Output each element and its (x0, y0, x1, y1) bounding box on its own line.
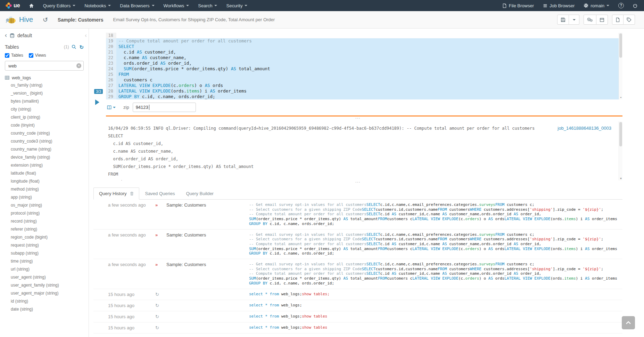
resize-handle-bottom[interactable]: ⋯ (93, 180, 622, 185)
history-row[interactable]: 15 hours ago↻select * from web_logs;show… (93, 322, 622, 334)
editor-line[interactable]: 27LATERAL VIEW EXPLODE(c.orders) o AS or… (106, 83, 622, 88)
column-item[interactable]: extension (string) (5, 161, 84, 169)
clear-search-icon[interactable]: ✕ (76, 63, 81, 68)
editor-line[interactable]: 22 c.name AS customer_name, (106, 55, 622, 61)
hive-app-switcher[interactable]: Hive (6, 16, 33, 24)
statement-counter-badge[interactable]: 3/3 (94, 89, 103, 94)
column-item[interactable]: user_agent_family (string) (5, 281, 84, 289)
column-item[interactable]: user_agent_major (string) (5, 289, 84, 297)
job-link[interactable]: job_1461888648136_0003 (558, 126, 611, 131)
resize-handle-top[interactable]: ⋯ (93, 117, 622, 121)
column-item[interactable]: referer (string) (5, 225, 84, 233)
column-item[interactable]: os_family (string) (5, 81, 84, 89)
filter-views-checkbox[interactable]: Views (29, 53, 46, 58)
table-search-input[interactable] (5, 61, 84, 71)
settings-button[interactable] (584, 15, 596, 25)
scroll-to-top-button[interactable] (622, 316, 635, 329)
editor-line[interactable]: 24 SUM(order_items.price * order_items.q… (106, 66, 622, 72)
editor-scrollbar[interactable]: ▾ (619, 33, 622, 99)
editor-line[interactable]: 18 (106, 33, 622, 38)
editor-line[interactable]: 23 ords.order_id AS order_id, (106, 61, 622, 66)
help-button[interactable]: ? (614, 0, 628, 11)
insert-query-icon[interactable]: » (155, 232, 166, 256)
column-item[interactable]: country_code (string) (5, 129, 84, 137)
tab-query-history[interactable]: Query History (93, 187, 139, 200)
column-item[interactable]: longitude (float) (5, 177, 84, 185)
column-item[interactable]: latitude (float) (5, 169, 84, 177)
execute-button[interactable] (95, 99, 99, 105)
query-history-icon[interactable]: ↺ (43, 17, 48, 23)
column-item[interactable]: record (string) (5, 217, 84, 225)
editor-line[interactable]: 20SELECT (106, 44, 622, 49)
documentation-button[interactable] (107, 105, 116, 110)
hue-logo[interactable]: ue (0, 0, 24, 11)
home-button[interactable] (24, 0, 39, 11)
save-dropdown-button[interactable] (569, 15, 579, 25)
insert-query-icon[interactable]: » (155, 262, 166, 286)
rerun-icon[interactable]: ↻ (155, 303, 166, 308)
collapse-assist-icon[interactable]: ‹ (85, 32, 87, 39)
query-title[interactable]: Sample: Customers (58, 17, 103, 23)
search-icon[interactable] (72, 45, 76, 49)
history-row[interactable]: a few seconds ago»Sample: Customers-- Ge… (93, 230, 622, 259)
history-row[interactable]: 15 hours ago↻select * from web_logs; (93, 300, 622, 311)
scrollbar-thumb[interactable] (619, 122, 622, 146)
schedule-button[interactable] (596, 15, 608, 25)
logout-button[interactable] (628, 0, 642, 11)
column-item[interactable]: os_major (string) (5, 201, 84, 209)
editor-line[interactable]: 25FROM (106, 72, 622, 77)
tab-saved-queries[interactable]: Saved Queries (139, 187, 180, 200)
column-item[interactable]: city (string) (5, 105, 84, 113)
save-button[interactable] (557, 15, 569, 25)
column-item[interactable]: app (string) (5, 193, 84, 201)
log-scrollbar[interactable]: ▾ (619, 121, 622, 180)
column-item[interactable]: id (string) (5, 297, 84, 305)
editor-line[interactable]: 26 customers c (106, 77, 622, 83)
user-menu[interactable]: romain (579, 0, 614, 11)
filter-tables-checkbox[interactable]: Tables (5, 53, 23, 58)
column-item[interactable]: code (tinyint) (5, 121, 84, 129)
menu-search[interactable]: Search (193, 0, 222, 11)
column-item[interactable]: user_agent (string) (5, 273, 84, 281)
rerun-icon[interactable]: ↻ (155, 292, 166, 297)
editor-line[interactable]: 29GROUP BY c.id, c.name, ords.order_id; (106, 94, 622, 99)
menu-workflows[interactable]: Workflows (159, 0, 194, 11)
rerun-icon[interactable]: ↻ (155, 325, 166, 330)
editor-line[interactable]: 28LATERAL VIEW EXPLODE(ords.items) i AS … (106, 88, 622, 94)
table-item-web-logs[interactable]: web_logs (5, 75, 84, 80)
column-item[interactable]: url (string) (5, 265, 84, 273)
tab-query-builder[interactable]: Query Builder (180, 187, 219, 200)
column-item[interactable]: bytes (smallint) (5, 97, 84, 105)
column-item[interactable]: request (string) (5, 241, 84, 249)
menu-security[interactable]: Security (222, 0, 252, 11)
views-checkbox-input[interactable] (29, 53, 33, 58)
history-row[interactable]: a few seconds ago»Sample: Customers-- Ge… (93, 259, 622, 289)
column-item[interactable]: subapp (string) (5, 249, 84, 257)
column-item[interactable]: method (string) (5, 185, 84, 193)
tables-checkbox-input[interactable] (5, 53, 9, 58)
job-browser-button[interactable]: Job Browser (538, 0, 579, 11)
refresh-icon[interactable]: ↻ (79, 45, 84, 50)
editor-line[interactable]: 19-- Compute total amount per order for … (106, 38, 622, 44)
history-row[interactable]: 15 hours ago↻select * from web_logs;show… (93, 289, 622, 300)
column-item[interactable]: date (string) (5, 305, 84, 313)
menu-query-editors[interactable]: Query Editors (39, 0, 80, 11)
sql-editor[interactable]: 1819-- Compute total amount per order fo… (106, 33, 622, 99)
column-item[interactable]: time (string) (5, 257, 84, 265)
trash-icon[interactable] (130, 191, 134, 196)
column-item[interactable]: country_code3 (string) (5, 137, 84, 145)
column-item[interactable]: country_name (string) (5, 145, 84, 153)
history-row[interactable]: 15 hours ago↻select * from web_logs;show… (93, 334, 622, 337)
scroll-down-icon[interactable]: ▾ (619, 176, 622, 180)
history-row[interactable]: 15 hours ago↻select * from web_logs;show… (93, 311, 622, 322)
scroll-down-icon[interactable]: ▾ (619, 95, 623, 99)
rerun-icon[interactable]: ↻ (155, 314, 166, 319)
tags-button[interactable] (624, 15, 635, 25)
history-row[interactable]: a few seconds ago»Sample: Customers-- Ge… (93, 200, 622, 230)
back-icon[interactable]: ‹ (5, 32, 7, 38)
editor-line[interactable]: 21 c.id AS customer_id, (106, 49, 622, 55)
database-name[interactable]: default (17, 33, 32, 38)
column-item[interactable]: device_family (string) (5, 153, 84, 161)
column-item[interactable]: client_ip (string) (5, 113, 84, 121)
column-item[interactable]: protocol (string) (5, 209, 84, 217)
